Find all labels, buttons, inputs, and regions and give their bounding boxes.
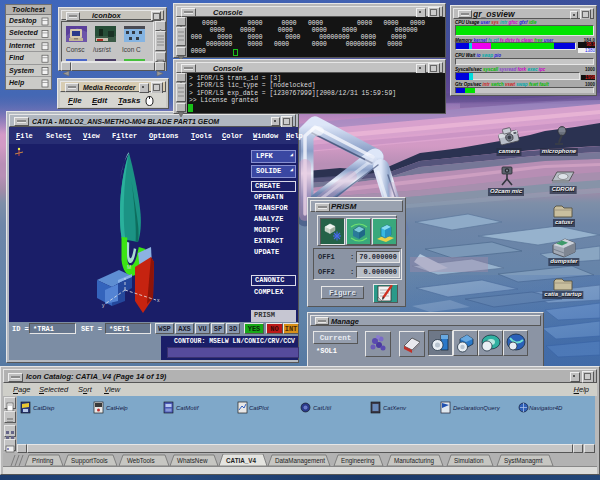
svg-text:SystManagmt: SystManagmt xyxy=(504,457,543,465)
svg-text:DataManagement: DataManagement xyxy=(275,457,325,465)
svg-text:Consc: Consc xyxy=(66,46,85,53)
svg-text:CatHelp: CatHelp xyxy=(106,405,128,411)
svg-text:Engineering: Engineering xyxy=(341,457,375,465)
svg-text:CatPlot: CatPlot xyxy=(249,405,269,411)
svg-text:WhatsNew: WhatsNew xyxy=(177,457,208,464)
svg-text:CatDisp: CatDisp xyxy=(33,405,55,411)
svg-text:Icon C: Icon C xyxy=(122,46,141,53)
svg-text:Manufacturing: Manufacturing xyxy=(394,457,434,465)
svg-text:SupportTools: SupportTools xyxy=(71,457,108,465)
svg-text:y: y xyxy=(102,302,105,308)
svg-text:WebTools: WebTools xyxy=(127,457,155,464)
svg-text:DeclarationQuery: DeclarationQuery xyxy=(453,405,501,411)
svg-text:Simulation: Simulation xyxy=(454,457,484,464)
svg-text:/usr/st: /usr/st xyxy=(93,46,111,53)
svg-text:CatXenv: CatXenv xyxy=(383,405,407,411)
svg-text:Printing: Printing xyxy=(32,457,54,465)
svg-text:x: x xyxy=(157,297,160,303)
svg-text:CatMotif: CatMotif xyxy=(176,405,200,411)
svg-text:CATIA_V4: CATIA_V4 xyxy=(226,457,256,464)
svg-text:M: M xyxy=(127,264,131,270)
svg-text:Navigator4D: Navigator4D xyxy=(529,405,563,411)
svg-text:CatUtil: CatUtil xyxy=(313,405,332,411)
